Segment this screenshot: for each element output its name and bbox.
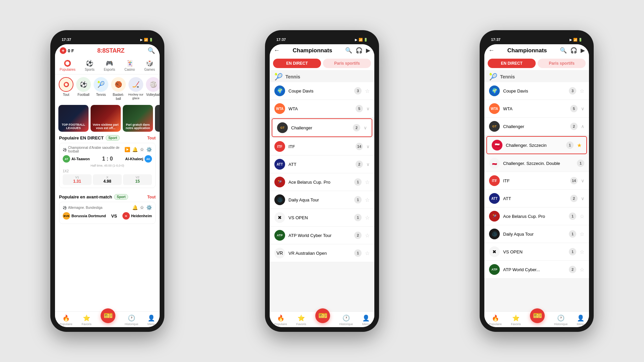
att-chevron[interactable]: ∨ <box>366 162 370 167</box>
cat-hockey[interactable]: 🏒 Hockey sur glace <box>128 77 144 101</box>
bell-icon-2[interactable]: 🔔 <box>132 205 138 210</box>
list-item-att-2[interactable]: ATT ATT 2 ∨ <box>270 156 374 173</box>
tout-badge-1[interactable]: Tout <box>147 136 156 140</box>
vsopen-star-3[interactable]: ☆ <box>580 249 584 255</box>
odd-x[interactable]: X 4.98 <box>93 174 122 185</box>
nav-sports[interactable]: ⚽ Sports <box>82 58 97 73</box>
banner-int[interactable]: Int... <box>155 105 160 132</box>
szczecin-star[interactable]: ★ <box>577 142 582 148</box>
list-item-att-3[interactable]: ATT ATT 2 ∨ <box>484 190 589 207</box>
champ-audio-icon-3[interactable]: 🎧 <box>570 47 577 54</box>
champ-video-icon-3[interactable]: ▶ <box>581 47 585 54</box>
play-icon[interactable]: ▶️ <box>124 147 130 152</box>
list-item-itf-3[interactable]: ITF ITF 14 ∨ <box>484 172 589 190</box>
list-item-wta-3[interactable]: WTA WTA 5 ∨ <box>484 100 589 118</box>
odd-v1[interactable]: V1 1.31 <box>63 174 92 185</box>
list-item-szczecin-double-3[interactable]: 🇵🇱 Challenger. Szczecin. Double 1 <box>484 155 589 172</box>
settings-icon-2[interactable]: ⚙️ <box>146 205 152 210</box>
bn-menu[interactable]: 👤 Menu <box>148 314 155 326</box>
bn-favoris[interactable]: ⭐ Favoris <box>82 314 92 326</box>
odd-v2[interactable]: V2 15 <box>123 174 152 185</box>
bn-coupon-3[interactable]: 🎫 <box>530 308 545 323</box>
settings-icon[interactable]: ⚙️ <box>146 147 152 152</box>
list-item-ace-2[interactable]: 🎾 Ace Belarus Cup. Pro 1 ☆ <box>270 173 374 191</box>
list-item-vsopen-3[interactable]: ✖ VS OPEN 1 ☆ <box>484 243 589 261</box>
list-item-vr-2[interactable]: VR VR Australian Open 1 ☆ <box>270 244 374 262</box>
vr-star[interactable]: ☆ <box>365 250 370 256</box>
wta-chevron[interactable]: ∨ <box>366 106 370 111</box>
list-item-vsopen-2[interactable]: ✖ VS OPEN 1 ☆ <box>270 209 374 227</box>
champ-video-icon[interactable]: ▶ <box>366 47 370 54</box>
banner-pari3[interactable]: Pari gratuit dans notre application <box>123 105 153 132</box>
bn-menu-2[interactable]: 👤 Menu <box>362 314 370 326</box>
ace-star-3[interactable]: ☆ <box>580 213 584 220</box>
bn-populaire-2[interactable]: 🔥 Populaire <box>274 314 287 326</box>
bn-favoris-2[interactable]: ⭐ Favoris <box>296 314 306 326</box>
aqua-star-3[interactable]: ☆ <box>580 231 584 237</box>
list-item-challenger-3[interactable]: GT Challenger 2 ∧ <box>484 118 589 135</box>
bn-historique[interactable]: 🕐 Historique <box>125 314 139 326</box>
atp-star-3[interactable]: ☆ <box>580 266 584 273</box>
tab-paris-sportifs-2[interactable]: Paris sportifs <box>323 59 371 68</box>
bn-menu-3[interactable]: 👤 Menu <box>577 314 585 326</box>
itf-chevron-3[interactable]: ∨ <box>581 178 584 183</box>
bn-favoris-3[interactable]: ⭐ Favoris <box>511 314 521 326</box>
list-item-coupe-davis-2[interactable]: 🌍 Coupe Davis 3 ☆ <box>270 82 374 100</box>
list-item-atp-2[interactable]: ATP ATP World Cyber Tour 2 ☆ <box>270 227 374 244</box>
list-item-challenger-2[interactable]: GT Challenger 2 ∨ <box>272 118 372 137</box>
bell-icon[interactable]: 🔔 <box>132 147 138 152</box>
list-item-aqua-3[interactable]: 🌑 Daily Aqua Tour 1 ☆ <box>484 225 589 243</box>
atp-star[interactable]: ☆ <box>365 232 370 239</box>
cat-volleyball[interactable]: 🏐 Volleyball <box>146 77 160 101</box>
list-item-ace-3[interactable]: 🎾 Ace Belarus Cup. Pro 1 ☆ <box>484 207 589 225</box>
nav-populaires[interactable]: ⭕ Populaires <box>57 58 78 73</box>
bn-coupon[interactable]: 🎫 <box>101 308 115 323</box>
wta-chevron-3[interactable]: ∨ <box>581 106 584 111</box>
tab-paris-sportifs-3[interactable]: Paris sportifs <box>538 59 586 68</box>
challenger-chevron-3[interactable]: ∧ <box>581 124 584 129</box>
challenger-chevron[interactable]: ∨ <box>364 125 367 130</box>
back-btn-3[interactable]: ← <box>488 47 494 54</box>
cat-football[interactable]: ⚽ Football <box>76 77 91 101</box>
list-item-aqua-2[interactable]: 🌑 Daily Aqua Tour 1 ☆ <box>270 191 374 209</box>
bn-historique-3[interactable]: 🕐 Historique <box>554 314 568 326</box>
champ-search-icon[interactable]: 🔍 <box>345 47 352 54</box>
list-item-atp-3[interactable]: ATP ATP World Cyber... 2 ☆ <box>484 261 589 279</box>
banner-football[interactable]: TOP FOOTBALL LEAGUES <box>58 105 89 132</box>
champ-audio-icon[interactable]: 🎧 <box>356 47 363 54</box>
star-icon-match[interactable]: ☆ <box>140 147 144 152</box>
bn-coupon-2[interactable]: 🎫 <box>315 308 330 323</box>
list-item-coupe-davis-3[interactable]: 🌍 Coupe Davis 3 ☆ <box>484 82 589 100</box>
back-btn-2[interactable]: ← <box>274 47 280 54</box>
search-icon[interactable]: 🔍 <box>148 47 155 54</box>
nav-casino[interactable]: 🃏 Casino <box>122 58 138 73</box>
nav-games[interactable]: 🎲 Games <box>142 58 158 73</box>
star-icon-2[interactable]: ☆ <box>140 205 144 210</box>
nav-esports[interactable]: 🎮 Esports <box>101 58 118 73</box>
cat-tout[interactable]: ⭕ Tout <box>58 77 74 101</box>
champ-search-icon-3[interactable]: 🔍 <box>560 47 567 54</box>
bn-populaire[interactable]: 🔥 Populaire <box>60 314 72 326</box>
list-item-itf-2[interactable]: ITF ITF 14 ∨ <box>270 138 374 156</box>
list-item-wta-2[interactable]: WTA WTA 5 ∨ <box>270 100 374 118</box>
add-balance-btn[interactable]: + <box>60 47 66 54</box>
tout-badge-2[interactable]: Tout <box>147 195 156 199</box>
bn-populaire-3[interactable]: 🔥 Populaire <box>489 314 502 326</box>
sport-badge-2[interactable]: Sport <box>114 194 128 200</box>
vsopen-star[interactable]: ☆ <box>365 215 370 221</box>
coupe-davis-star[interactable]: ☆ <box>365 88 370 94</box>
sport-badge[interactable]: Sport <box>106 135 120 141</box>
aqua-star[interactable]: ☆ <box>365 197 370 203</box>
cat-tennis[interactable]: 🎾 Tennis <box>93 77 109 101</box>
att-logo: ATT <box>274 159 285 170</box>
bn-historique-2[interactable]: 🕐 Historique <box>339 314 353 326</box>
banner-pari2[interactable]: Votre sixième pari vous est off... <box>91 105 121 132</box>
ace-star[interactable]: ☆ <box>365 179 370 185</box>
coupe-davis-star-3[interactable]: ☆ <box>580 88 584 94</box>
tab-en-direct-3[interactable]: EN DIRECT <box>488 59 536 68</box>
list-item-szczecin-3[interactable]: 🇵🇱 Challenger. Szczecin 1 ★ <box>486 136 587 154</box>
itf-chevron[interactable]: ∨ <box>366 144 370 149</box>
tab-en-direct-2[interactable]: EN DIRECT <box>273 59 321 68</box>
att-chevron-3[interactable]: ∨ <box>581 196 584 201</box>
cat-basketball[interactable]: 🏀 Basket-ball <box>111 77 126 101</box>
